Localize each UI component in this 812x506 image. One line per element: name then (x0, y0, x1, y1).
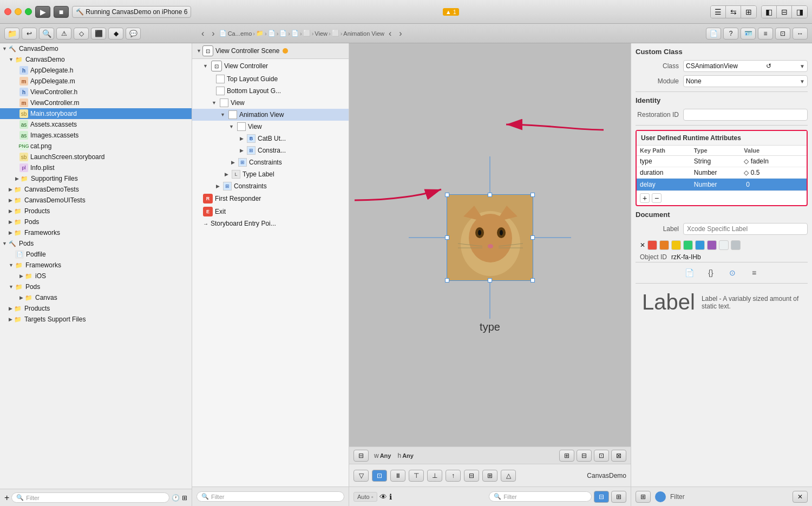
scene-storyboard-entry[interactable]: → Storyboard Entry Poi... (192, 218, 349, 229)
align-up-btn[interactable]: ⊤ (409, 470, 424, 482)
expand-triangle[interactable]: ▼ (9, 57, 14, 62)
align-center-btn[interactable]: ⊟ (464, 470, 479, 482)
bc-anim[interactable]: ⬜ (332, 30, 339, 37)
color-light[interactable] (719, 240, 729, 250)
rt-value-delay[interactable] (741, 179, 807, 191)
file-info-plist[interactable]: pl Info.plist (0, 162, 192, 173)
color-yellow[interactable] (671, 240, 681, 250)
folder-products-2[interactable]: ▶ 📁 Products (0, 303, 192, 314)
breadcrumb-forward[interactable]: › (208, 28, 218, 40)
canvas-content[interactable]: type (349, 43, 631, 446)
bc-item-1[interactable]: Ca...emo (228, 30, 252, 37)
bc-nav-back[interactable]: ‹ (385, 28, 395, 40)
folder-pods-2[interactable]: ▼ 📁 Pods (0, 281, 192, 292)
folder-canvasdemo[interactable]: ▼ 📁 CanvasDemo (0, 54, 192, 65)
close-button[interactable] (4, 8, 11, 15)
doc-label-input[interactable] (683, 223, 808, 235)
rt-row-duration[interactable]: duration Number ◇ 0.5 (637, 167, 807, 179)
rt-add-button[interactable]: + (640, 193, 650, 203)
bc-item-4[interactable]: 📄 (279, 30, 287, 37)
align-down-btn[interactable]: ⊥ (427, 470, 442, 482)
device-config-btn3[interactable]: ⊡ (594, 450, 609, 462)
folder-ios[interactable]: ▶ 📁 iOS (0, 271, 192, 281)
size-inspector-btn[interactable]: ⊡ (775, 28, 790, 40)
attribs-inspector-btn[interactable]: ≡ (758, 28, 773, 40)
minimize-button[interactable] (15, 8, 22, 15)
play-button[interactable]: ▶ (35, 6, 50, 18)
scene-type-label[interactable]: ▶ L Type Label (192, 168, 349, 180)
folder-frameworks-2[interactable]: ▼ 📁 Frameworks (0, 260, 192, 271)
bc-anim-view[interactable]: Animation View (343, 30, 384, 37)
update-frames-btn[interactable]: ▽ (353, 470, 369, 482)
constraints-outer-triangle[interactable]: ▶ (216, 183, 220, 189)
expand-triangle[interactable]: ▶ (9, 208, 12, 214)
attributes-inspector-icon[interactable]: ≡ (746, 267, 762, 279)
file-cat-png[interactable]: PNG cat.png (0, 141, 192, 152)
resolve-btn[interactable]: △ (501, 470, 516, 482)
bc-item-3[interactable]: 📄 (268, 30, 276, 37)
breadcrumb-back[interactable]: ‹ (198, 28, 207, 40)
file-main-storyboard[interactable]: sb Main.storyboard (0, 108, 192, 119)
folder-targets-support[interactable]: ▶ 📁 Targets Support Files (0, 314, 192, 325)
device-config-btn[interactable]: ⊞ (559, 450, 574, 462)
scene-first-responder[interactable]: R First Responder (192, 192, 349, 205)
identity-inspector-icon[interactable]: ⊙ (725, 267, 740, 279)
editor-standard-button[interactable]: ☰ (711, 6, 726, 18)
scene-filter[interactable]: 🔍 Filter (197, 491, 344, 502)
class-select[interactable]: CSAnimationView ↺ ▼ (683, 60, 808, 72)
handle-bm[interactable] (488, 278, 492, 282)
expand-triangle[interactable]: ▶ (9, 198, 12, 203)
scene-exit[interactable]: E Exit (192, 205, 349, 218)
identity-inspector-btn[interactable]: 🪪 (741, 28, 756, 40)
expand-triangle[interactable]: ▼ (2, 241, 7, 246)
debug-toggle[interactable]: ⊟ (777, 6, 792, 18)
handle-ml[interactable] (445, 235, 449, 240)
color-red[interactable] (647, 240, 657, 250)
embed-btn[interactable]: ⊡ (372, 470, 387, 482)
scene-view-inner[interactable]: ▼ View (192, 121, 349, 133)
footer-grid-btn[interactable]: ⊞ (636, 491, 651, 503)
expand-triangle[interactable]: ▶ (19, 295, 23, 300)
folder-canvas[interactable]: ▶ 📁 Canvas (0, 292, 192, 303)
bc-nav-fwd[interactable]: › (396, 28, 405, 40)
expand-triangle[interactable]: ▶ (9, 219, 12, 225)
file-inspector-btn[interactable]: 📄 (706, 28, 721, 40)
canvas-view-btn1[interactable]: ⊟ (594, 491, 609, 503)
folder-frameworks-1[interactable]: ▶ 📁 Frameworks (0, 227, 192, 238)
type-label-triangle[interactable]: ▶ (225, 172, 228, 177)
search-icon-btn[interactable]: 🔍 (39, 28, 54, 40)
help-btn[interactable]: ? (723, 28, 738, 40)
eye-icon[interactable]: 👁 (379, 492, 387, 501)
debug-icon-btn[interactable]: ⬛ (91, 28, 106, 40)
scene-constra[interactable]: ▶ ⊞ Constra... (192, 144, 349, 156)
handle-br[interactable] (531, 278, 535, 282)
file-podfile[interactable]: 📄 Podfile (0, 249, 192, 260)
sidebar-filter[interactable]: 🔍 Filter (11, 492, 169, 503)
scene-vc[interactable]: ▼ ⊡ View Controller (192, 59, 349, 73)
inspector-toggle[interactable]: ◨ (792, 6, 807, 18)
color-green[interactable] (683, 240, 693, 250)
restoration-id-input[interactable] (683, 109, 808, 121)
bc-item-2[interactable]: 📁 (256, 30, 264, 37)
connections-inspector-btn[interactable]: ↔ (793, 28, 808, 40)
expand-triangle[interactable]: ▼ (9, 262, 14, 268)
constra-triangle[interactable]: ▶ (240, 148, 244, 153)
device-config-btn4[interactable]: ⊠ (611, 450, 626, 462)
color-purple[interactable] (707, 240, 717, 250)
project-canvasdemo[interactable]: ▼ 🔨 CanvasDemo (0, 43, 192, 54)
canvas-view-btn2[interactable]: ⊞ (611, 491, 626, 503)
expand-triangle[interactable]: ▶ (9, 187, 12, 192)
scene-top-layout[interactable]: Top Layout Guide (192, 73, 349, 85)
file-appdelegate-m[interactable]: m AppDelegate.m (0, 76, 192, 87)
hierarchy-icon[interactable]: ⊞ (182, 494, 187, 502)
file-launchscreen[interactable]: sb LaunchScreen.storyboard (0, 152, 192, 162)
navigator-toggle[interactable]: ◧ (762, 6, 777, 18)
folder-canvasdemo-ui-tests[interactable]: ▶ 📁 CanvasDemoUITests (0, 195, 192, 206)
handle-mr[interactable] (531, 235, 535, 240)
expand-triangle[interactable]: ▶ (15, 176, 19, 181)
expand-triangle[interactable]: ▶ (19, 273, 23, 279)
anim-view-triangle[interactable]: ▼ (220, 112, 225, 117)
handle-tl[interactable] (445, 193, 449, 197)
editor-version-button[interactable]: ⊞ (741, 6, 756, 18)
scene-collapse-triangle[interactable]: ▼ (197, 48, 201, 54)
